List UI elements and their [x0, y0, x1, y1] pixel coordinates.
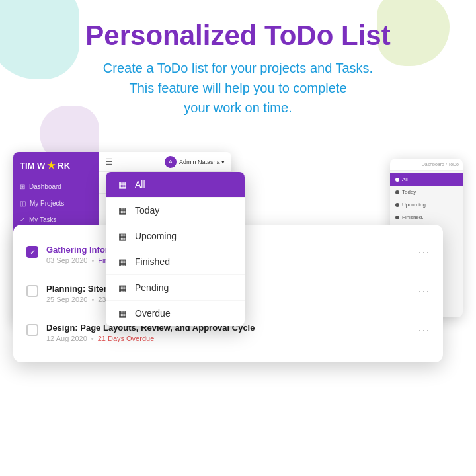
right-menu-today[interactable]: Today	[390, 186, 463, 198]
dropdown-item-today[interactable]: ▦ Today	[106, 198, 245, 223]
upcoming-grid-icon: ▦	[116, 231, 128, 241]
right-menu-all[interactable]: All	[390, 173, 463, 186]
task-date-2: 25 Sep 2020	[46, 296, 87, 303]
sidebar-logo: TIM W★RK	[13, 152, 99, 178]
hero-section: Personalized ToDo List Create a ToDo lis…	[0, 0, 476, 131]
projects-icon: ◫	[20, 200, 26, 207]
right-topbar: Dashboard / ToDo	[390, 159, 463, 171]
task-checkbox-1[interactable]: ✓	[26, 246, 38, 258]
dot-separator-1: •	[91, 257, 94, 264]
dropdown-menu: ▦ All ▦ Today ▦ Upcoming ▦ Finished ▦ Pe…	[106, 172, 245, 326]
star-icon: ★	[47, 160, 56, 171]
dropdown-item-overdue[interactable]: ▦ Overdue	[106, 301, 245, 326]
right-menu-upcoming[interactable]: Upcoming	[390, 198, 463, 211]
dot-separator-2: •	[91, 296, 94, 303]
admin-badge: A Admin Natasha ▾	[165, 156, 225, 168]
dot-all	[395, 178, 399, 182]
task-date-3: 12 Aug 2020	[46, 335, 87, 342]
task-status-3: 21 Days Overdue	[98, 335, 155, 342]
task-checkbox-3[interactable]	[26, 324, 38, 336]
task-options-1[interactable]: ⋯	[418, 245, 430, 259]
tasks-icon: ✓	[20, 216, 25, 223]
bg-topbar: ☰ A Admin Natasha ▾	[99, 152, 231, 172]
dashboard-icon: ⊞	[20, 183, 25, 190]
dropdown-item-pending[interactable]: ▦ Pending	[106, 275, 245, 301]
dot-separator-3: •	[91, 335, 94, 342]
task-checkbox-2[interactable]	[26, 285, 38, 297]
menu-icon: ☰	[106, 157, 113, 167]
dropdown-item-upcoming[interactable]: ▦ Upcoming	[106, 223, 245, 249]
sidebar-item-dashboard[interactable]: ⊞ Dashboard	[13, 178, 99, 195]
dot-finished	[395, 216, 399, 219]
task-date-1: 03 Sep 2020	[46, 257, 87, 264]
dot-today	[395, 190, 399, 194]
today-grid-icon: ▦	[116, 206, 128, 216]
task-meta-3: 12 Aug 2020 • 21 Days Overdue	[46, 335, 410, 342]
right-menu-finished[interactable]: Finished.	[390, 211, 463, 223]
hero-subtitle: Create a ToDo list for your projects and…	[26, 58, 450, 118]
sidebar-item-projects[interactable]: ◫ My Projects	[13, 195, 99, 212]
finished-grid-icon: ▦	[116, 257, 128, 267]
all-grid-icon: ▦	[116, 180, 128, 190]
dropdown-item-all[interactable]: ▦ All	[106, 172, 245, 198]
dot-upcoming	[395, 203, 399, 207]
task-options-3[interactable]: ⋯	[418, 323, 430, 337]
overdue-grid-icon: ▦	[116, 309, 128, 319]
pending-grid-icon: ▦	[116, 283, 128, 293]
dropdown-item-finished[interactable]: ▦ Finished	[106, 249, 245, 275]
ui-area: TIM W★RK ⊞ Dashboard ◫ My Projects ✓ My …	[13, 152, 463, 466]
avatar: A	[165, 156, 177, 168]
task-options-2[interactable]: ⋯	[418, 284, 430, 298]
hero-title: Personalized ToDo List	[26, 20, 450, 52]
